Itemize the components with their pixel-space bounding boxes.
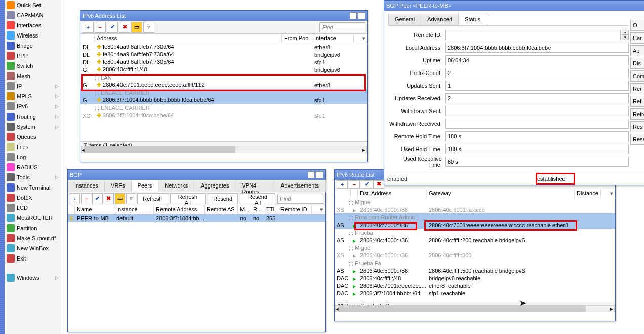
- disable-button[interactable]: ✖: [104, 193, 114, 204]
- col-address[interactable]: Address: [95, 34, 282, 43]
- tab-general[interactable]: General: [388, 14, 421, 25]
- find-input[interactable]: [277, 194, 323, 204]
- hscroll[interactable]: ◂▸: [81, 146, 367, 153]
- sidebar-item-quick-set[interactable]: Quick Set: [5, 0, 61, 10]
- table-row[interactable]: AS▶2806:40c:4000::/362806:40c:ffff::200 …: [335, 236, 615, 244]
- titlebar[interactable]: BGP Peer <PEER-to-MB>: [384, 1, 644, 11]
- sidebar-item-wireless[interactable]: Wireless: [5, 30, 61, 41]
- table-row[interactable]: DAC▶2806:3f7:1004:bbbb::/64sfp1 reachabl…: [335, 289, 615, 297]
- table-row[interactable]: AS▶2806:40c:7000::/362806:40c:7001:eeee:…: [335, 221, 615, 229]
- tab-status[interactable]: Status: [458, 14, 487, 25]
- side-button[interactable]: Res: [630, 121, 644, 132]
- find-input[interactable]: [319, 22, 365, 32]
- refresh-button[interactable]: Refresh: [137, 193, 168, 204]
- table-row[interactable]: DAC▶2806:40c:7001:eeee:eee...ether8 reac…: [335, 282, 615, 289]
- sidebar-item-make-supout.rif[interactable]: Make Supout.rif: [5, 233, 61, 243]
- resend-button[interactable]: Resend: [208, 193, 238, 204]
- minimize-button[interactable]: ▫: [308, 171, 315, 178]
- sidebar-item-routing[interactable]: Routing▷: [5, 112, 61, 122]
- field-value[interactable]: 180 s: [445, 131, 629, 141]
- side-button[interactable]: Dis: [630, 58, 644, 69]
- column-menu[interactable]: ▾: [360, 34, 367, 43]
- remove-button[interactable]: −: [81, 193, 91, 204]
- tab-networks[interactable]: Networks: [158, 180, 194, 192]
- filter-button[interactable]: ▿: [143, 22, 154, 33]
- sidebar-item-radius[interactable]: RADIUS: [5, 162, 61, 172]
- sidebar-item-lcd[interactable]: LCD: [5, 203, 61, 213]
- col-frompool[interactable]: From Pool: [282, 34, 312, 43]
- table-row[interactable]: XS▶2806:40c:6000::/362806:40c:ffff::300: [335, 251, 615, 259]
- field-value[interactable]: 06:04:34: [445, 55, 629, 65]
- sidebar-item-mpls[interactable]: MPLS▷: [5, 91, 61, 101]
- tab-vpn4 routes[interactable]: VPN4 Routes: [235, 180, 274, 192]
- side-button[interactable]: Ref: [630, 96, 644, 107]
- field-value[interactable]: 180 s: [445, 144, 629, 154]
- field-value[interactable]: 1: [445, 81, 629, 91]
- grid-body[interactable]: DL✚ fe80::4aa9:8aff:feb7:730d/64ether8DL…: [80, 43, 367, 141]
- side-button[interactable]: O: [630, 20, 644, 31]
- sidebar-item-metarouter[interactable]: MetaROUTER: [5, 213, 61, 223]
- table-row[interactable]: DL✚ fe80::4aa9:8aff:feb7:7305/64sfp1: [80, 58, 367, 66]
- sidebar-item-bridge[interactable]: Bridge: [5, 41, 61, 51]
- side-button[interactable]: Car: [630, 32, 644, 44]
- disable-button[interactable]: ✖: [373, 180, 384, 189]
- close-button[interactable]: ✕: [358, 12, 365, 19]
- sidebar-item-mesh[interactable]: Mesh: [5, 71, 61, 81]
- sidebar-item-windows[interactable]: Windows▷: [5, 273, 61, 283]
- sidebar-item-interfaces[interactable]: Interfaces: [5, 20, 61, 30]
- sidebar-item-switch[interactable]: Switch: [5, 61, 61, 71]
- sidebar-item-ipv6[interactable]: IPv6▷: [5, 101, 61, 112]
- tab-advertisements[interactable]: Advertisements: [274, 180, 326, 192]
- minimize-button[interactable]: ▫: [350, 12, 357, 19]
- add-button[interactable]: +: [337, 180, 348, 189]
- disable-button[interactable]: ✖: [119, 22, 130, 33]
- remove-button[interactable]: −: [95, 22, 106, 33]
- enable-button[interactable]: ✔: [361, 180, 372, 189]
- sidebar-item-capsman[interactable]: CAPsMAN: [5, 10, 61, 20]
- add-button[interactable]: +: [83, 22, 94, 33]
- sidebar-item-ip[interactable]: IP▷: [5, 81, 61, 91]
- remove-button[interactable]: −: [349, 180, 360, 189]
- field-value[interactable]: 60 s: [445, 157, 629, 167]
- side-button[interactable]: Rer: [630, 83, 644, 94]
- sidebar-item-log[interactable]: Log: [5, 152, 61, 162]
- side-button[interactable]: Refre: [630, 108, 644, 120]
- titlebar[interactable]: BGP ▫ ✕: [68, 170, 325, 180]
- table-row[interactable]: G✚ 2806:40c:7001:eeee:eeee:eeee:a:ffff/1…: [80, 81, 367, 89]
- table-row[interactable]: DL✚ fe80::4aa9:8aff:feb7:730a/64bridgeip…: [80, 51, 367, 58]
- sidebar-item-queues[interactable]: Queues: [5, 132, 61, 142]
- sidebar-item-dot1x[interactable]: Dot1X: [5, 193, 61, 203]
- tab-instances[interactable]: Instances: [68, 180, 105, 192]
- field-value[interactable]: 2: [445, 93, 629, 103]
- tab-vrfs[interactable]: VRFs: [104, 180, 132, 192]
- sidebar-item-tools[interactable]: Tools▷: [5, 172, 61, 182]
- field-value[interactable]: [445, 119, 629, 129]
- col-interface[interactable]: Interface: [312, 34, 354, 43]
- comment-button[interactable]: ▭: [115, 193, 125, 204]
- enable-button[interactable]: ✔: [107, 22, 118, 33]
- grid-body[interactable]: E PEER-to-MB default 2806:3f7:1004:bb...…: [68, 214, 325, 326]
- table-row[interactable]: AS▶2806:40c:5000::/362806:40c:ffff::500 …: [335, 267, 615, 274]
- sidebar-item-ppp[interactable]: PPP: [5, 51, 61, 61]
- table-row[interactable]: E PEER-to-MB default 2806:3f7:1004:bb...…: [68, 214, 325, 222]
- refresh-all-button[interactable]: Refresh All: [170, 193, 206, 204]
- side-button[interactable]: Rese: [630, 134, 644, 145]
- enable-button[interactable]: ✔: [92, 193, 102, 204]
- comment-button[interactable]: ▭: [131, 22, 142, 33]
- field-value[interactable]: 2806:3f7:1004:bbbb:bbbb:bbbb:f0ca:bebe: [445, 43, 629, 53]
- sidebar-item-new-terminal[interactable]: New Terminal: [5, 182, 61, 193]
- table-row[interactable]: XG✚ 2806:3f7:1004::f0ca:bebe/64sfp1: [80, 112, 367, 119]
- sidebar-item-partition[interactable]: Partition: [5, 223, 61, 233]
- field-value[interactable]: [445, 106, 629, 116]
- up-button[interactable]: ▴: [622, 30, 629, 35]
- field-value[interactable]: [445, 30, 621, 40]
- sidebar-item-system[interactable]: System▷: [5, 122, 61, 132]
- grid-body[interactable]: ;;; MiguelXS▶2806:40c:6000::/362806:40c:…: [335, 198, 615, 302]
- sidebar-item-exit[interactable]: Exit: [5, 253, 61, 264]
- down-button[interactable]: ▾: [622, 35, 629, 40]
- tab-peers[interactable]: Peers: [131, 180, 159, 192]
- close-button[interactable]: ✕: [316, 171, 323, 178]
- tab-advanced[interactable]: Advanced: [421, 14, 459, 25]
- sidebar-item-new-winbox[interactable]: New WinBox: [5, 243, 61, 253]
- table-row[interactable]: G✚ 2806:40c:ffff::1/48bridgeipv6: [80, 66, 367, 73]
